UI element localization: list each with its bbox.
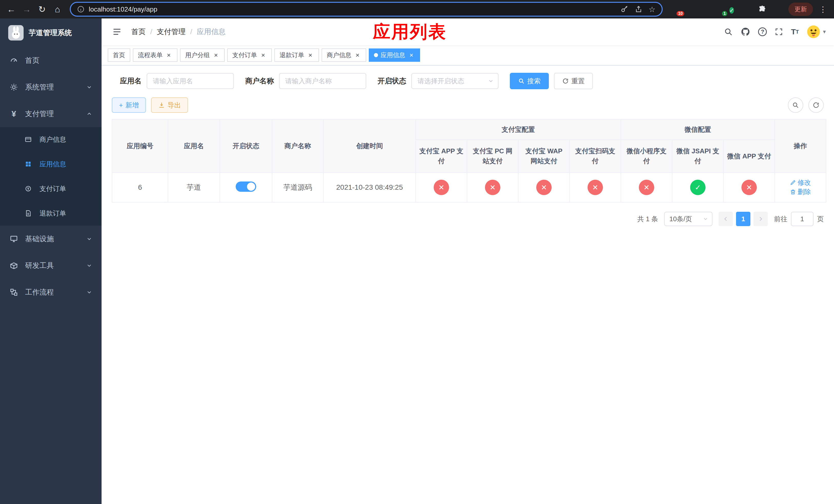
tab-close-icon[interactable]: × <box>260 51 267 59</box>
refresh-table-button[interactable] <box>808 97 824 113</box>
search-icon[interactable] <box>724 27 733 37</box>
browser-home-icon[interactable]: ⌂ <box>50 2 65 17</box>
profile-avatar-icon[interactable] <box>772 5 781 14</box>
extension-icon-2[interactable] <box>686 5 695 14</box>
fullscreen-icon[interactable] <box>774 27 783 36</box>
plus-icon: + <box>119 101 123 109</box>
tab-close-icon[interactable]: × <box>307 51 314 59</box>
sidebar-logo-row[interactable]: 芋道管理系统 <box>0 19 102 47</box>
page-number-button[interactable]: 1 <box>736 212 750 226</box>
tab-merchant-info[interactable]: 商户信息 × <box>322 48 366 62</box>
tab-close-icon[interactable]: × <box>408 51 415 59</box>
cell-wechat-app: ✕ <box>723 173 775 202</box>
sidebar-item-merchant-info[interactable]: 商户信息 <box>0 127 102 152</box>
top-navbar: 首页 / 支付管理 / 应用信息 应用列表 ? TT <box>102 19 834 45</box>
browser-back-icon[interactable]: ← <box>4 2 19 17</box>
sidebar-item-workflow[interactable]: 工作流程 <box>0 279 102 305</box>
breadcrumb-home[interactable]: 首页 <box>131 27 146 37</box>
toggle-search-button[interactable] <box>788 97 803 113</box>
tab-close-icon[interactable]: × <box>354 51 361 59</box>
prev-page-button[interactable] <box>719 212 733 226</box>
extension-icon-4[interactable]: 1 <box>715 5 724 14</box>
merchant-name-label: 商户名称 <box>245 76 274 86</box>
extension-icon-3[interactable] <box>701 5 709 14</box>
extension-icon-5[interactable]: ✓ <box>729 5 738 14</box>
tab-process-form[interactable]: 流程表单 × <box>133 48 177 62</box>
sidebar: 芋道管理系统 首页 系统管理 ¥ 支付管理 <box>0 19 102 504</box>
sidebar-item-label: 商户信息 <box>40 135 66 144</box>
url-text[interactable]: localhost:1024/pay/app <box>89 5 616 13</box>
share-icon[interactable] <box>635 5 642 13</box>
col-wechat-mini: 微信小程序支付 <box>621 140 672 173</box>
tab-pay-order[interactable]: 支付订单 × <box>227 48 272 62</box>
breadcrumb-section[interactable]: 支付管理 <box>157 27 186 37</box>
browser-forward-icon[interactable]: → <box>20 2 34 17</box>
sidebar-item-payment[interactable]: ¥ 支付管理 <box>0 100 102 127</box>
sidebar-item-system[interactable]: 系统管理 <box>0 74 102 100</box>
breadcrumb-separator: / <box>190 28 192 36</box>
sidebar-item-refund-order[interactable]: 退款订单 <box>0 201 102 226</box>
pager: 1 <box>719 212 768 226</box>
pagination-total: 共 1 条 <box>637 214 658 224</box>
extension-icon-6[interactable] <box>744 5 752 14</box>
address-bar[interactable]: localhost:1024/pay/app ☆ <box>70 2 663 17</box>
sidebar-item-label: 工作流程 <box>25 288 54 297</box>
tab-close-icon[interactable]: × <box>212 51 220 59</box>
merchant-name-input[interactable] <box>279 73 366 89</box>
password-key-icon[interactable] <box>620 5 629 13</box>
site-info-icon[interactable] <box>77 5 85 13</box>
cell-open-status <box>220 173 272 202</box>
table-toolbar: + 新增 导出 <box>112 97 824 113</box>
col-alipay-pc: 支付宝 PC 网站支付 <box>467 140 518 173</box>
sidebar-item-dev-tools[interactable]: 研发工具 <box>0 252 102 279</box>
page-title: 应用列表 <box>373 20 447 44</box>
logo <box>8 25 24 41</box>
page-size-select[interactable]: 10条/页 <box>664 212 712 226</box>
extension-badge-red: 10 <box>677 11 684 16</box>
extension-icons: 10 1 ✓ <box>668 5 785 14</box>
extensions-puzzle-icon[interactable] <box>758 5 767 14</box>
app-title: 芋道管理系统 <box>29 28 72 38</box>
browser-toolbar: ← → ↻ ⌂ localhost:1024/pay/app ☆ 10 <box>0 0 834 19</box>
github-icon[interactable] <box>741 27 750 37</box>
status-icon: ✕ <box>588 180 603 195</box>
delete-link[interactable]: 删除 <box>790 187 811 197</box>
extension-icon-1[interactable]: 10 <box>672 5 681 14</box>
monitor-icon <box>9 235 19 243</box>
hamburger-icon[interactable] <box>110 25 124 39</box>
search-button[interactable]: 搜索 <box>510 73 549 89</box>
chevron-down-icon <box>86 262 92 269</box>
export-button[interactable]: 导出 <box>151 97 188 113</box>
app-name-input[interactable] <box>147 73 234 89</box>
browser-refresh-icon[interactable]: ↻ <box>35 2 49 17</box>
sidebar-item-home[interactable]: 首页 <box>0 47 102 74</box>
sidebar-item-pay-order[interactable]: 支付订单 <box>0 176 102 201</box>
next-page-button[interactable] <box>753 212 768 226</box>
font-size-icon[interactable]: TT <box>791 27 799 36</box>
bookmark-star-icon[interactable]: ☆ <box>649 5 656 14</box>
browser-menu-icon[interactable]: ⋮ <box>816 5 830 14</box>
tab-refund-order[interactable]: 退款订单 × <box>275 48 319 62</box>
app-shell: 芋道管理系统 首页 系统管理 ¥ 支付管理 <box>0 19 834 504</box>
sidebar-item-label: 基础设施 <box>25 234 54 244</box>
goto-page-input[interactable] <box>791 212 813 226</box>
tab-close-icon[interactable]: × <box>165 51 172 59</box>
browser-update-button[interactable]: 更新 <box>788 3 813 16</box>
tab-label: 退款订单 <box>280 51 304 59</box>
status-toggle[interactable] <box>236 182 256 192</box>
add-button-label: 新增 <box>126 101 139 110</box>
tab-user-group[interactable]: 用户分组 × <box>180 48 225 62</box>
tab-app-info[interactable]: 应用信息 × <box>369 48 420 62</box>
sidebar-item-infrastructure[interactable]: 基础设施 <box>0 226 102 252</box>
sidebar-item-app-info[interactable]: 应用信息 <box>0 152 102 176</box>
add-button[interactable]: + 新增 <box>112 97 146 113</box>
help-icon[interactable]: ? <box>758 27 767 36</box>
user-menu[interactable]: ▾ <box>807 25 826 39</box>
user-avatar <box>807 25 820 39</box>
edit-link[interactable]: 修改 <box>790 178 811 187</box>
cell-alipay-app: ✕ <box>416 173 467 202</box>
tab-home[interactable]: 首页 <box>108 48 130 62</box>
breadcrumb-current: 应用信息 <box>197 27 226 37</box>
status-select[interactable]: 请选择开启状态 <box>411 73 499 89</box>
reset-button[interactable]: 重置 <box>554 73 593 89</box>
